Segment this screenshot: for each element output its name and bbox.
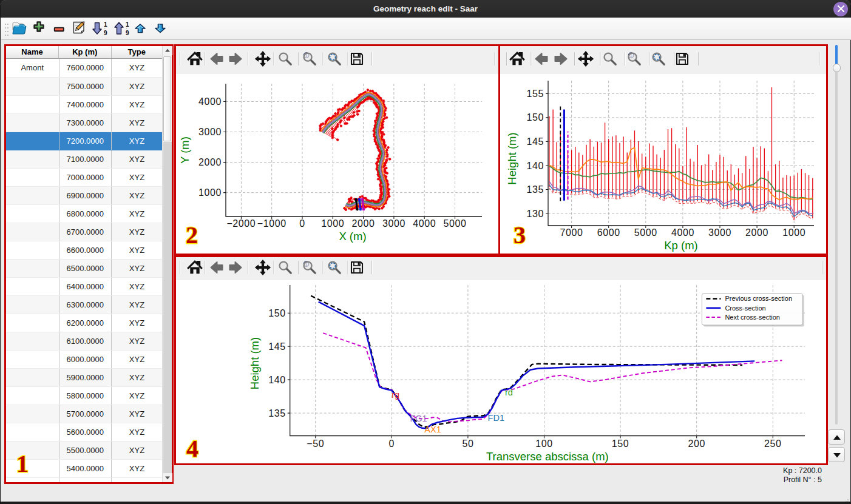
svg-text:3000: 3000 (708, 227, 731, 238)
svg-text:Cross-section: Cross-section (725, 304, 765, 312)
svg-text:3000: 3000 (382, 218, 405, 229)
svg-text:130: 130 (527, 209, 544, 219)
svg-text:145: 145 (268, 341, 286, 352)
svg-text:X (m): X (m) (339, 230, 366, 243)
svg-text:AX1: AX1 (424, 425, 441, 434)
svg-text:150: 150 (527, 112, 544, 123)
svg-text:3000: 3000 (198, 127, 222, 137)
svg-text:4000: 4000 (413, 218, 436, 229)
svg-text:−1000: −1000 (257, 218, 286, 229)
svg-text:Transverse abscissa (m): Transverse abscissa (m) (486, 450, 609, 463)
svg-text:Kp (m): Kp (m) (664, 239, 698, 252)
svg-text:−50: −50 (307, 438, 324, 449)
svg-text:Height (m): Height (m) (506, 132, 518, 184)
svg-text:150: 150 (268, 308, 286, 318)
svg-text:FG1: FG1 (410, 414, 427, 423)
svg-text:Previous cross-section: Previous cross-section (725, 295, 792, 302)
svg-text:FD1: FD1 (488, 413, 504, 423)
svg-text:7000: 7000 (560, 227, 583, 238)
svg-text:100: 100 (535, 438, 553, 449)
svg-text:1000: 1000 (198, 187, 222, 198)
svg-text:140: 140 (268, 375, 286, 385)
svg-text:5000: 5000 (634, 227, 657, 238)
svg-text:0: 0 (389, 438, 395, 449)
svg-text:2000: 2000 (352, 218, 375, 229)
svg-text:2000: 2000 (198, 157, 222, 167)
svg-text:1000: 1000 (321, 218, 344, 229)
svg-text:5000: 5000 (444, 218, 467, 229)
svg-text:2000: 2000 (745, 227, 768, 238)
svg-text:Height (m): Height (m) (248, 337, 261, 389)
svg-text:Y (m): Y (m) (178, 136, 191, 164)
svg-text:200: 200 (688, 438, 705, 449)
svg-text:145: 145 (527, 136, 544, 147)
svg-text:6000: 6000 (597, 227, 620, 238)
svg-text:9: 9 (126, 30, 129, 36)
svg-text:1000: 1000 (782, 227, 805, 238)
svg-text:155: 155 (527, 89, 544, 99)
svg-text:4000: 4000 (671, 227, 694, 238)
svg-text:−2000: −2000 (226, 218, 256, 229)
svg-text:50: 50 (462, 438, 473, 449)
svg-text:140: 140 (527, 161, 544, 171)
svg-text:Next cross-section: Next cross-section (725, 314, 779, 321)
svg-text:rg: rg (392, 390, 399, 400)
svg-text:rd: rd (505, 388, 513, 397)
svg-text:0: 0 (299, 218, 305, 229)
svg-text:150: 150 (612, 438, 629, 449)
svg-text:4000: 4000 (198, 96, 222, 107)
svg-text:135: 135 (268, 408, 286, 418)
svg-text:250: 250 (764, 438, 782, 449)
svg-text:135: 135 (527, 184, 544, 195)
svg-text:9: 9 (104, 30, 107, 36)
